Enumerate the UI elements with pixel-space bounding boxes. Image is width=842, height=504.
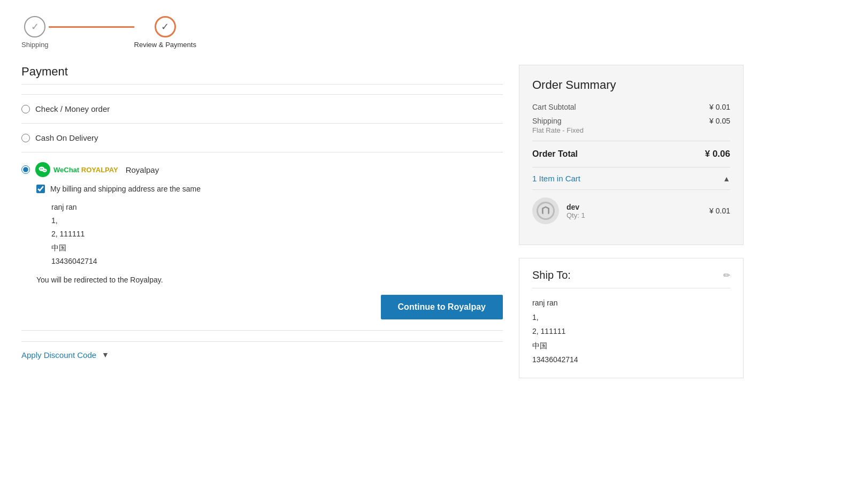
royalpay-logo: WeChat ROYALPAY Royalpay [35,162,159,177]
order-total-value: ¥ 0.06 [705,149,730,159]
shipping-method: Flat Rate - Fixed [532,126,584,134]
billing-checkbox-label: My billing and shipping address are the … [50,185,201,193]
magento-icon [540,205,551,216]
cart-subtotal-value: ¥ 0.01 [709,103,730,111]
cart-item: dev Qty: 1 ¥ 0.01 [532,189,730,232]
edit-icon[interactable]: ✏ [723,270,730,280]
billing-same-checkbox[interactable] [36,185,45,193]
page-wrapper: ✓ Shipping ✓ Review & Payments Payment C… [0,0,842,389]
ship-country: 中国 [532,339,730,353]
svg-point-4 [44,170,45,171]
apply-discount-section[interactable]: Apply Discount Code ▼ [21,341,503,368]
billing-phone: 13436042714 [51,255,503,268]
ship-line2-text: 2, 111111 [532,327,565,335]
ship-name: ranj ran [532,296,730,310]
radio-check-money[interactable] [21,105,30,113]
step-review: ✓ Review & Payments [134,16,196,49]
step-shipping: ✓ Shipping [21,16,49,49]
payment-title: Payment [21,65,503,85]
payment-option-cash: Cash On Delivery [21,124,503,152]
cart-subtotal-row: Cart Subtotal ¥ 0.01 [532,103,730,111]
chevron-down-icon: ▼ [102,350,109,359]
order-summary-box: Order Summary Cart Subtotal ¥ 0.01 Shipp… [519,65,744,245]
product-price: ¥ 0.01 [709,207,730,215]
left-panel: Payment Check / Money order Cash On Deli… [21,65,503,368]
billing-name: ranj ran [51,201,503,214]
ship-to-header: Ship To: ✏ [532,269,730,288]
step-shipping-circle: ✓ [24,16,45,37]
billing-checkbox-row: My billing and shipping address are the … [36,185,503,193]
chevron-up-icon: ▲ [723,174,730,183]
step-shipping-label: Shipping [21,41,49,49]
payment-option-royalpay: WeChat ROYALPAY Royalpay My billing and … [21,152,503,331]
royalpay-label: Royalpay [126,165,159,174]
billing-country: 中国 [51,241,503,255]
order-total-row: Order Total ¥ 0.06 [532,149,730,159]
check-money-label: Check / Money order [35,104,110,113]
royalpay-header: WeChat ROYALPAY Royalpay [21,152,503,185]
shipping-value: ¥ 0.05 [709,117,730,125]
svg-point-2 [42,169,43,170]
product-thumb-inner [537,202,555,220]
wechat-icon [35,162,50,177]
billing-address-section: My billing and shipping address are the … [36,185,503,319]
ship-line1: 1, [532,310,730,325]
product-info: dev Qty: 1 [567,203,702,219]
main-layout: Payment Check / Money order Cash On Deli… [21,65,821,378]
payment-options: Check / Money order Cash On Delivery [21,94,503,331]
svg-point-1 [40,169,41,170]
items-in-cart-label: 1 Item in Cart [532,174,580,183]
billing-line1: 1, [51,214,503,227]
step-review-label: Review & Payments [134,41,196,49]
shipping-row: Shipping Flat Rate - Fixed ¥ 0.05 [532,117,730,134]
product-name: dev [567,203,702,211]
svg-point-3 [42,169,47,172]
billing-line2: 2, 111111 [51,227,503,241]
ship-to-box: Ship To: ✏ ranj ran 1, 2, 111111 中国 1343… [519,258,744,378]
cart-subtotal-label: Cart Subtotal [532,103,576,111]
ship-address: ranj ran 1, 2, 111111 中国 13436042714 [532,296,730,367]
radio-royalpay[interactable] [21,165,30,174]
shipping-label: Shipping Flat Rate - Fixed [532,117,584,134]
svg-point-5 [45,170,46,171]
progress-steps: ✓ Shipping ✓ Review & Payments [21,11,821,49]
product-thumbnail [532,197,559,224]
product-qty: Qty: 1 [567,211,702,219]
ship-line2: 2, 111111 [532,324,730,339]
royalpay-brand-text: WeChat ROYALPAY [53,166,118,174]
step-line [49,26,134,28]
summary-divider [532,141,730,141]
ship-phone: 13436042714 [532,353,730,367]
right-panel: Order Summary Cart Subtotal ¥ 0.01 Shipp… [519,65,744,378]
apply-discount-label: Apply Discount Code [21,350,96,360]
redirect-note: You will be redirected to the Royalpay. [36,276,503,284]
billing-address-block: ranj ran 1, 2, 111111 中国 13436042714 [51,201,503,268]
continue-royalpay-button[interactable]: Continue to Royalpay [381,295,503,319]
radio-cash-delivery[interactable] [21,134,30,142]
order-summary-title: Order Summary [532,78,730,92]
step-review-circle: ✓ [155,16,176,37]
cash-delivery-label: Cash On Delivery [35,133,98,142]
order-total-label: Order Total [532,149,578,159]
item-cart-header[interactable]: 1 Item in Cart ▲ [532,167,730,189]
ship-to-title: Ship To: [532,269,571,281]
payment-option-check: Check / Money order [21,95,503,124]
